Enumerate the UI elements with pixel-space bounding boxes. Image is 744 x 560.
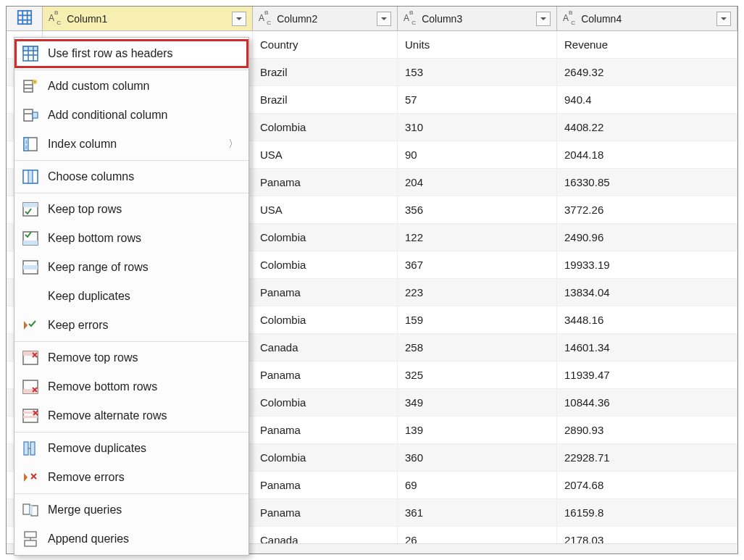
table-header-icon [20,43,41,64]
svg-rect-41 [25,532,36,538]
column-filter-button[interactable] [716,12,731,26]
column-header-column1[interactable]: ABC Column1 [43,7,253,30]
cell-column2[interactable]: Brazil [253,59,398,86]
cell-column3[interactable]: 360 [398,444,557,472]
menu-keep-top-rows[interactable]: Keep top rows [14,195,248,224]
menu-label: Merge queries [48,503,238,517]
cell-column4[interactable]: 4408.22 [557,114,737,141]
cell-column2[interactable]: Colombia [253,251,398,279]
menu-keep-bottom-rows[interactable]: Keep bottom rows [14,224,248,253]
menu-choose-columns[interactable]: Choose columns [14,162,248,191]
cell-column3[interactable]: 57 [398,86,557,114]
cell-column3[interactable]: 367 [398,251,557,279]
svg-rect-40 [30,506,33,514]
cell-column3[interactable]: 159 [398,306,557,334]
remove-alternate-rows-icon [20,406,41,426]
menu-keep-range-of-rows[interactable]: Keep range of rows [14,253,248,282]
cell-column4[interactable]: 13834.04 [557,279,737,306]
cell-column4[interactable]: 2890.93 [557,417,737,444]
cell-column3[interactable]: 258 [398,334,557,362]
cell-column4[interactable]: 2490.96 [557,224,737,251]
menu-use-first-row-as-headers[interactable]: Use first row as headers [14,39,248,68]
cell-column4[interactable]: 22928.71 [557,444,737,472]
cell-column3[interactable]: 223 [398,279,557,306]
menu-append-queries[interactable]: Append queries [14,525,248,553]
menu-remove-top-rows[interactable]: Remove top rows [14,343,248,372]
menu-label: Remove alternate rows [48,409,238,422]
menu-label: Add custom column [48,80,238,93]
cell-column3[interactable]: 69 [398,472,557,499]
cell-column3[interactable]: 361 [398,499,557,527]
cell-column3[interactable]: Units [398,31,557,59]
cell-column2[interactable]: Panama [253,472,398,499]
column-filter-button[interactable] [536,12,551,26]
cell-column2[interactable]: Panama [253,499,398,527]
menu-separator [14,193,248,193]
cell-column3[interactable]: 204 [398,169,557,196]
cell-column4[interactable]: 16159.8 [557,499,737,527]
cell-column3[interactable]: 325 [398,362,557,389]
column-header-column2[interactable]: ABC Column2 [253,7,398,30]
menu-separator [14,160,248,161]
cell-column2[interactable]: Panama [253,279,398,306]
menu-merge-queries[interactable]: Merge queries [14,496,248,525]
menu-remove-bottom-rows[interactable]: Remove bottom rows [14,372,248,401]
menu-keep-errors[interactable]: Keep errors [14,311,248,340]
cell-column2[interactable]: Canada [253,334,398,362]
column-name: Column4 [581,13,712,25]
menu-add-conditional-column[interactable]: Add conditional column [14,101,248,130]
cell-column4[interactable]: 2649.32 [557,59,737,86]
keep-duplicates-icon [20,286,41,306]
cell-column3[interactable]: 122 [398,224,557,251]
menu-index-column[interactable]: 12 Index column 〉 [14,130,248,159]
cell-column4[interactable]: Revenue [557,31,737,59]
menu-add-custom-column[interactable]: Add custom column [14,72,248,101]
cell-column2[interactable]: Colombia [253,114,398,141]
query-editor: ABC Column1 ABC Column2 ABC Column3 [6,6,738,554]
cell-column3[interactable]: 310 [398,114,557,141]
menu-label: Use first row as headers [48,47,238,60]
cell-column2[interactable]: Colombia [253,444,398,472]
cell-column2[interactable]: Colombia [253,224,398,251]
column-name: Column3 [422,13,532,25]
column-filter-button[interactable] [232,12,246,26]
column-filter-button[interactable] [377,12,391,26]
svg-rect-42 [25,540,36,546]
cell-column2[interactable]: Panama [253,169,398,196]
column-name: Column2 [277,13,372,25]
cell-column2[interactable]: Panama [253,362,398,389]
menu-label: Remove errors [48,471,238,484]
cell-column4[interactable]: 14601.34 [557,334,737,362]
cell-column4[interactable]: 10844.36 [557,389,737,417]
cell-column2[interactable]: USA [253,196,398,224]
cell-column3[interactable]: 153 [398,59,557,86]
cell-column3[interactable]: 90 [398,141,557,169]
cell-column4[interactable]: 16330.85 [557,169,737,196]
cell-column2[interactable]: Panama [253,417,398,444]
menu-remove-duplicates[interactable]: Remove duplicates [14,434,248,463]
menu-remove-alternate-rows[interactable]: Remove alternate rows [14,401,248,430]
cell-column2[interactable]: Colombia [253,389,398,417]
keep-bottom-rows-icon [20,228,41,248]
cell-column2[interactable]: Country [253,31,398,59]
table-menu-button[interactable] [7,7,43,30]
column-header-column3[interactable]: ABC Column3 [398,7,557,30]
cell-column4[interactable]: 19933.19 [557,251,737,279]
cell-column3[interactable]: 356 [398,196,557,224]
cell-column4[interactable]: 11939.47 [557,362,737,389]
menu-remove-errors[interactable]: Remove errors [14,463,248,492]
keep-range-rows-icon [20,257,41,277]
menu-keep-duplicates[interactable]: Keep duplicates [14,282,248,311]
cell-column4[interactable]: 3772.26 [557,196,737,224]
cell-column4[interactable]: 3448.16 [557,306,737,334]
cell-column2[interactable]: USA [253,141,398,169]
cell-column2[interactable]: Brazil [253,86,398,114]
cell-column2[interactable]: Colombia [253,306,398,334]
cell-column3[interactable]: 139 [398,417,557,444]
cell-column4[interactable]: 2074.68 [557,472,737,499]
cell-column3[interactable]: 349 [398,389,557,417]
column-header-column4[interactable]: ABC Column4 [557,7,737,30]
cell-column4[interactable]: 2044.18 [557,141,737,169]
cell-column4[interactable]: 940.4 [557,86,737,114]
data-type-icon: ABC [563,12,577,25]
